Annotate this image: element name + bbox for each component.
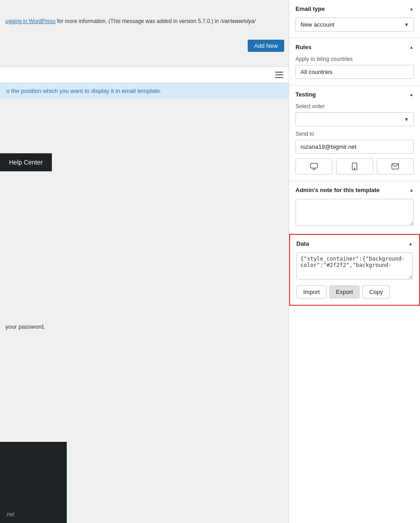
email-preview-button[interactable]: [377, 158, 414, 174]
data-chevron-icon: ▲: [408, 241, 413, 246]
import-button[interactable]: Import: [296, 285, 327, 298]
testing-body: Select order ▼ Send to: [289, 103, 420, 181]
right-sidebar: Email type ▲ New account Order confirmat…: [289, 0, 420, 523]
email-type-chevron-icon: ▲: [409, 6, 414, 11]
debug-text: for more information. (This message was …: [57, 18, 221, 24]
email-type-select[interactable]: New account Order confirmation Password …: [295, 18, 414, 32]
testing-chevron-icon: ▲: [409, 92, 414, 97]
admin-note-section: Admin's note for this template ▲: [289, 181, 420, 234]
testing-section-header[interactable]: Testing ▲: [289, 86, 420, 103]
billing-countries-label: Apply to biling countries: [295, 56, 414, 62]
select-order-select-wrapper: ▼: [295, 112, 414, 126]
admin-note-textarea[interactable]: [295, 199, 414, 226]
data-textarea[interactable]: {"style_container":{"background-color":"…: [296, 252, 413, 280]
password-text: your password,: [0, 320, 51, 334]
data-body: {"style_container":{"background-color":"…: [290, 252, 419, 305]
rules-title: Rules: [295, 44, 311, 50]
mobile-icon: [351, 162, 359, 170]
toolbar-bar: [0, 67, 289, 83]
mobile-preview-button[interactable]: [336, 158, 373, 174]
select-order-label: Select order: [295, 103, 414, 110]
countries-input[interactable]: [295, 65, 414, 79]
debug-bar: ugging in WordPress for more information…: [0, 14, 289, 29]
admin-note-chevron-icon: ▲: [409, 188, 414, 193]
data-action-buttons: Import Export Copy: [296, 285, 413, 298]
main-area: ugging in WordPress for more information…: [0, 0, 289, 523]
add-new-button[interactable]: Add New: [248, 40, 284, 52]
testing-title: Testing: [295, 91, 316, 98]
rules-chevron-icon: ▲: [409, 45, 414, 50]
email-type-section-header[interactable]: Email type ▲: [289, 0, 420, 18]
select-order-wrapper: Select order ▼: [295, 103, 414, 126]
device-icon-buttons: [295, 158, 414, 174]
admin-note-title: Admin's note for this template: [295, 187, 380, 193]
rules-section: Rules ▲ Apply to biling countries: [289, 38, 420, 86]
email-type-body: New account Order confirmation Password …: [289, 18, 420, 38]
testing-section: Testing ▲ Select order ▼ Send to: [289, 86, 420, 181]
data-section: Data ▲ {"style_container":{"background-c…: [289, 234, 420, 306]
bottom-text: .net: [5, 511, 14, 518]
debug-path: /var/www/olya/: [221, 18, 256, 24]
email-icon: [391, 162, 399, 170]
info-banner: o the position which you want to display…: [0, 83, 289, 99]
hamburger-icon[interactable]: [275, 72, 283, 78]
data-title: Data: [296, 240, 309, 247]
send-to-input[interactable]: [295, 140, 414, 154]
svg-rect-0: [311, 163, 318, 168]
send-to-label: Send to: [295, 131, 414, 137]
debug-link[interactable]: ugging in WordPress: [5, 18, 55, 24]
select-order-select[interactable]: [295, 112, 414, 126]
send-to-wrapper: Send to: [295, 131, 414, 154]
export-button[interactable]: Export: [329, 285, 360, 298]
desktop-preview-button[interactable]: [295, 158, 332, 174]
email-type-select-wrapper: New account Order confirmation Password …: [295, 18, 414, 32]
svg-point-4: [354, 168, 355, 169]
copy-button[interactable]: Copy: [362, 285, 389, 298]
admin-note-section-header[interactable]: Admin's note for this template ▲: [289, 181, 420, 199]
rules-section-header[interactable]: Rules ▲: [289, 38, 420, 56]
desktop-icon: [310, 162, 318, 170]
bottom-black-bar: .net: [0, 442, 67, 523]
email-type-section: Email type ▲ New account Order confirmat…: [289, 0, 420, 38]
add-new-bar: Add New: [248, 40, 284, 52]
rules-body: Apply to biling countries: [289, 56, 420, 85]
help-center-button[interactable]: Help Center: [0, 153, 52, 171]
data-section-header[interactable]: Data ▲: [290, 235, 419, 252]
email-type-title: Email type: [295, 5, 325, 12]
admin-note-body: [289, 199, 420, 234]
